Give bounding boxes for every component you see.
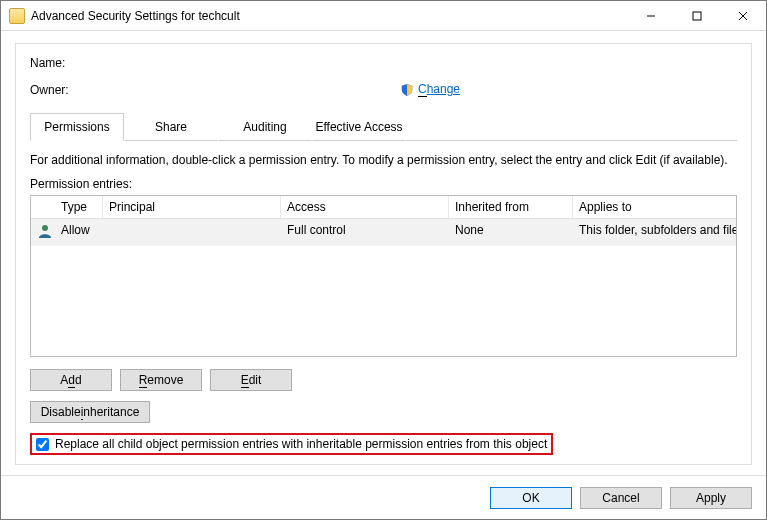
add-button[interactable]: Add: [30, 369, 112, 391]
tab-permissions[interactable]: Permissions: [30, 113, 124, 141]
apply-button[interactable]: Apply: [670, 487, 752, 509]
owner-label: Owner:: [30, 83, 400, 97]
window-title: Advanced Security Settings for techcult: [31, 9, 628, 23]
content-panel: Name: Owner: Change Permissions Share Au…: [15, 43, 752, 465]
ok-button[interactable]: OK: [490, 487, 572, 509]
replace-child-highlight: Replace all child object permission entr…: [30, 433, 553, 455]
shield-icon: [400, 83, 414, 97]
name-label: Name:: [30, 56, 400, 70]
svg-point-4: [42, 225, 48, 231]
info-text: For additional information, double-click…: [30, 153, 737, 167]
permission-grid[interactable]: Type Principal Access Inherited from App…: [30, 195, 737, 357]
change-owner-link[interactable]: Change: [418, 82, 460, 97]
tabs: Permissions Share Auditing Effective Acc…: [30, 113, 737, 141]
replace-child-label[interactable]: Replace all child object permission entr…: [55, 437, 547, 451]
row-principal: [103, 219, 281, 246]
remove-button[interactable]: Remove: [120, 369, 202, 391]
row-icon-cell: [31, 219, 55, 246]
row-applies: This folder, subfolders and files: [573, 219, 736, 246]
entries-label: Permission entries:: [30, 177, 737, 191]
name-row: Name:: [30, 56, 737, 70]
col-type[interactable]: Type: [55, 196, 103, 218]
entry-buttons: Add Remove Edit: [30, 369, 737, 391]
table-row[interactable]: Allow Full control None This folder, sub…: [31, 219, 736, 246]
replace-child-checkbox[interactable]: [36, 438, 49, 451]
dialog-footer: OK Cancel Apply: [1, 475, 766, 519]
row-access: Full control: [281, 219, 449, 246]
tab-effective-access[interactable]: Effective Access: [312, 113, 406, 141]
close-button[interactable]: [720, 1, 766, 30]
col-applies[interactable]: Applies to: [573, 196, 736, 218]
maximize-button[interactable]: [674, 1, 720, 30]
tab-spacer: [406, 113, 737, 141]
window: Advanced Security Settings for techcult …: [0, 0, 767, 520]
owner-row: Owner: Change: [30, 82, 737, 97]
disable-inheritance-button[interactable]: Disable inheritance: [30, 401, 150, 423]
tab-auditing[interactable]: Auditing: [218, 113, 312, 141]
row-type: Allow: [55, 219, 103, 246]
window-body: Name: Owner: Change Permissions Share Au…: [1, 31, 766, 475]
user-icon: [37, 223, 53, 239]
window-buttons: [628, 1, 766, 30]
svg-rect-1: [693, 12, 701, 20]
col-inherited[interactable]: Inherited from: [449, 196, 573, 218]
edit-button[interactable]: Edit: [210, 369, 292, 391]
col-principal[interactable]: Principal: [103, 196, 281, 218]
folder-icon: [9, 8, 25, 24]
col-icon[interactable]: [31, 196, 55, 218]
titlebar: Advanced Security Settings for techcult: [1, 1, 766, 31]
tab-share[interactable]: Share: [124, 113, 218, 141]
row-inherited: None: [449, 219, 573, 246]
cancel-button[interactable]: Cancel: [580, 487, 662, 509]
minimize-button[interactable]: [628, 1, 674, 30]
inheritance-buttons: Disable inheritance: [30, 401, 737, 423]
grid-header: Type Principal Access Inherited from App…: [31, 196, 736, 219]
col-access[interactable]: Access: [281, 196, 449, 218]
